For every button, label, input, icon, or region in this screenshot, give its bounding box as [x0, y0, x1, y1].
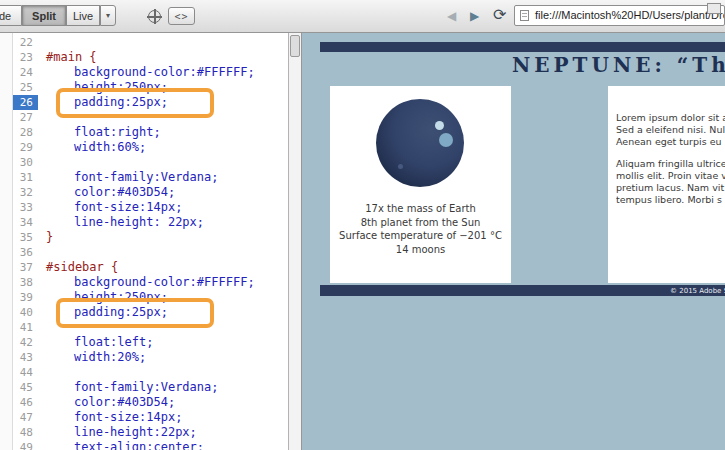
- planet-spot-small: [435, 121, 444, 130]
- forward-button[interactable]: ▶: [470, 9, 479, 24]
- code-line[interactable]: 47font-size:14px;: [0, 410, 288, 425]
- sidebar-fact: 14 moons: [330, 243, 511, 257]
- preview-footer-bar: © 2015 Adobe Sy: [320, 285, 725, 296]
- code-text[interactable]: color:#403D54;: [38, 185, 175, 200]
- line-number[interactable]: 24: [13, 65, 38, 80]
- paragraph: Lorem ipsum dolor sit aSed a eleifend ni…: [616, 112, 725, 148]
- code-text[interactable]: font-size:14px;: [38, 410, 182, 425]
- code-text[interactable]: [38, 35, 46, 50]
- code-text[interactable]: [38, 155, 46, 170]
- line-number[interactable]: 26: [13, 95, 38, 110]
- code-line[interactable]: 37#sidebar {: [0, 260, 288, 275]
- code-line[interactable]: 38background-color:#FFFFFF;: [0, 275, 288, 290]
- sidebar-fact: 8th planet from the Sun: [330, 216, 511, 230]
- code-line[interactable]: 23#main {: [0, 50, 288, 65]
- code-line[interactable]: 29width:60%;: [0, 140, 288, 155]
- code-line[interactable]: 46color:#403D54;: [0, 395, 288, 410]
- code-line[interactable]: 30: [0, 155, 288, 170]
- code-line[interactable]: 36: [0, 245, 288, 260]
- code-text[interactable]: [38, 320, 46, 335]
- highlight-box-padding-main: [56, 88, 214, 118]
- code-text[interactable]: font-family:Verdana;: [38, 380, 219, 395]
- line-number[interactable]: 45: [13, 380, 38, 395]
- code-text[interactable]: line-height:22px;: [38, 425, 197, 440]
- code-text[interactable]: width:20%;: [38, 350, 146, 365]
- code-text[interactable]: width:60%;: [38, 140, 146, 155]
- paragraph-line: mollis elit. Proin vitae v: [616, 170, 725, 182]
- code-line[interactable]: 42float:left;: [0, 335, 288, 350]
- line-number[interactable]: 27: [13, 110, 38, 125]
- line-number[interactable]: 40: [13, 305, 38, 320]
- line-number[interactable]: 28: [13, 125, 38, 140]
- code-text[interactable]: #main {: [38, 50, 97, 65]
- line-number[interactable]: 48: [13, 425, 38, 440]
- code-line[interactable]: 49text-align:center;: [0, 440, 288, 450]
- code-text[interactable]: [38, 110, 46, 125]
- code-line[interactable]: 43width:20%;: [0, 350, 288, 365]
- line-number[interactable]: 34: [13, 215, 38, 230]
- line-number[interactable]: 29: [13, 140, 38, 155]
- code-text[interactable]: text-align:center;: [38, 440, 204, 450]
- line-number[interactable]: 37: [13, 260, 38, 275]
- code-line[interactable]: 32color:#403D54;: [0, 185, 288, 200]
- live-code-target-icon[interactable]: [147, 9, 162, 24]
- scrollbar-thumb[interactable]: [290, 35, 300, 57]
- live-view-button[interactable]: Live: [66, 5, 100, 26]
- code-text[interactable]: line-height: 22px;: [38, 215, 204, 230]
- line-number[interactable]: 33: [13, 200, 38, 215]
- code-text[interactable]: background-color:#FFFFFF;: [38, 275, 255, 290]
- split-view-button[interactable]: Split: [22, 5, 66, 26]
- line-number[interactable]: 32: [13, 185, 38, 200]
- line-number[interactable]: 44: [13, 365, 38, 380]
- line-number[interactable]: 25: [13, 80, 38, 95]
- code-text[interactable]: color:#403D54;: [38, 395, 175, 410]
- line-number[interactable]: 47: [13, 410, 38, 425]
- paragraph-line: tempus libero. Morbi s: [616, 194, 725, 206]
- address-bar[interactable]: file:///Macintosh%20HD/Users/plant/Dro: [514, 5, 725, 26]
- line-number[interactable]: 23: [13, 50, 38, 65]
- code-line[interactable]: 48line-height:22px;: [0, 425, 288, 440]
- code-text[interactable]: float:right;: [38, 125, 161, 140]
- code-line[interactable]: 45font-family:Verdana;: [0, 380, 288, 395]
- line-number[interactable]: 46: [13, 395, 38, 410]
- code-line[interactable]: 24background-color:#FFFFFF;: [0, 65, 288, 80]
- highlight-box-padding-sidebar: [56, 298, 214, 328]
- line-number[interactable]: 31: [13, 170, 38, 185]
- live-preview-pane[interactable]: NEPTUNE: “The 17x the mass of Earth8th p…: [302, 33, 725, 450]
- line-number[interactable]: 49: [13, 440, 38, 450]
- address-bar-end-button[interactable]: [707, 3, 721, 14]
- code-view-button[interactable]: Code: [0, 5, 22, 26]
- code-text[interactable]: font-size:14px;: [38, 200, 182, 215]
- line-number[interactable]: 22: [13, 35, 38, 50]
- paragraph-line: pretium lacus. Nam vit: [616, 182, 725, 194]
- code-scrollbar[interactable]: [288, 33, 302, 450]
- line-number[interactable]: 35: [13, 230, 38, 245]
- code-line[interactable]: 28float:right;: [0, 125, 288, 140]
- code-text[interactable]: }: [38, 230, 53, 245]
- line-number[interactable]: 42: [13, 335, 38, 350]
- code-line[interactable]: 35}: [0, 230, 288, 245]
- line-number[interactable]: 38: [13, 275, 38, 290]
- live-view-dropdown-button[interactable]: ▾: [100, 5, 116, 26]
- code-text[interactable]: background-color:#FFFFFF;: [38, 65, 255, 80]
- line-number[interactable]: 36: [13, 245, 38, 260]
- refresh-icon[interactable]: ⟳: [493, 5, 506, 24]
- code-line[interactable]: 31font-family:Verdana;: [0, 170, 288, 185]
- preview-page-title: NEPTUNE: “The: [512, 53, 725, 77]
- line-number[interactable]: 39: [13, 290, 38, 305]
- line-number[interactable]: 41: [13, 320, 38, 335]
- code-line[interactable]: 22: [0, 35, 288, 50]
- inspect-mode-button[interactable]: <>: [168, 7, 195, 25]
- code-line[interactable]: 33font-size:14px;: [0, 200, 288, 215]
- code-text[interactable]: #sidebar {: [38, 260, 118, 275]
- code-text[interactable]: [38, 245, 46, 260]
- code-line[interactable]: 44: [0, 365, 288, 380]
- line-number[interactable]: 43: [13, 350, 38, 365]
- line-number[interactable]: 30: [13, 155, 38, 170]
- code-line[interactable]: 34line-height: 22px;: [0, 215, 288, 230]
- planet-spot-large: [439, 133, 453, 147]
- code-text[interactable]: float:left;: [38, 335, 153, 350]
- back-button[interactable]: ◀: [447, 9, 456, 24]
- code-text[interactable]: [38, 365, 46, 380]
- code-text[interactable]: font-family:Verdana;: [38, 170, 219, 185]
